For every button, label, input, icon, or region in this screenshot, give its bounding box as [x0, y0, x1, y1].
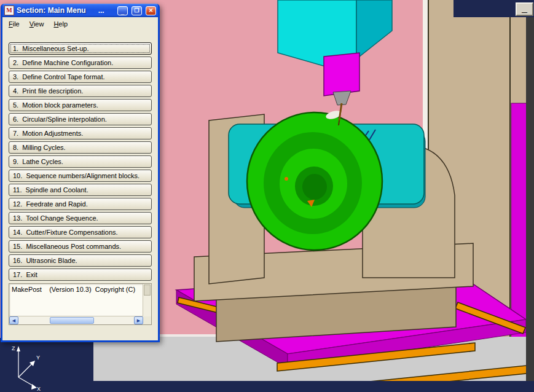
menu-item-14[interactable]: 14. Cutter/Fixture Compensations. — [9, 226, 152, 238]
horizontal-scrollbar-thumb[interactable] — [50, 317, 94, 324]
minimize-button[interactable]: _ — [117, 6, 128, 15]
maximize-icon: ❐ — [134, 7, 139, 15]
axis-label-y: Y — [36, 355, 40, 361]
menu-item-7[interactable]: 7. Motion Adjustments. — [9, 127, 152, 139]
main-menu-list: 1. Miscellaneous Set-up. 2. Define Machi… — [9, 42, 152, 281]
application-window: Z Y X — M Section: Main Menu ... _ ❐ ✕ F… — [0, 0, 534, 392]
maximize-button[interactable]: ❐ — [132, 6, 142, 15]
scroll-left-button[interactable]: ◀ — [9, 316, 18, 324]
menu-item-16[interactable]: 16. Ultrasonic Blade. — [9, 254, 152, 267]
menu-item-5[interactable]: 5. Motion block parameters. — [9, 99, 152, 111]
menu-item-8[interactable]: 8. Milling Cycles. — [9, 141, 152, 154]
main-menu-dialog: M Section: Main Menu ... _ ❐ ✕ File View… — [1, 4, 160, 342]
minimize-glyph: — — [522, 10, 527, 15]
close-icon: ✕ — [149, 7, 154, 15]
dialog-title: Section: Main Menu — [17, 6, 86, 15]
menu-item-1[interactable]: 1. Miscellaneous Set-up. — [9, 42, 152, 55]
menu-help[interactable]: Help — [49, 18, 73, 29]
menu-item-10[interactable]: 10. Sequence numbers/Alignment blocks. — [9, 170, 152, 182]
scroll-right-button[interactable]: ▶ — [134, 316, 143, 324]
dialog-titlebar[interactable]: M Section: Main Menu ... _ ❐ ✕ — [2, 4, 158, 17]
menu-item-4[interactable]: 4. Print file description. — [9, 85, 152, 97]
scrollbar-corner — [143, 316, 151, 324]
menu-view[interactable]: View — [25, 18, 49, 29]
clamp-mark — [285, 177, 288, 181]
horizontal-scrollbar[interactable]: ◀ ▶ — [9, 316, 143, 324]
parent-minimize-button[interactable]: — — [516, 2, 533, 16]
menu-item-9[interactable]: 9. Lathe Cycles. — [9, 155, 152, 168]
status-textbox[interactable]: MakePost (Version 10.3) Copyright (C) ◀ … — [9, 283, 152, 325]
menu-file[interactable]: File — [4, 18, 25, 29]
title-ellipsis: ... — [98, 6, 104, 15]
menu-item-6[interactable]: 6. Circular/Spline interpolation. — [9, 113, 152, 125]
room-right-edge — [526, 0, 534, 385]
menu-item-15[interactable]: 15. Miscellaneous Post commands. — [9, 240, 152, 253]
vertical-scrollbar-thumb[interactable] — [144, 284, 151, 296]
axis-label-x: X — [37, 386, 41, 392]
vertical-scrollbar[interactable] — [143, 284, 151, 316]
menu-item-3[interactable]: 3. Define Control Tape format. — [9, 71, 152, 83]
axis-label-z: Z — [12, 345, 15, 351]
dialog-icon: M — [4, 6, 14, 15]
minimize-icon: _ — [121, 9, 124, 17]
menu-item-2[interactable]: 2. Define Machine Configuration. — [9, 57, 152, 69]
menu-item-13[interactable]: 13. Tool Change Sequence. — [9, 212, 152, 224]
status-text: MakePost (Version 10.3) Copyright (C) — [12, 286, 135, 293]
menu-item-17[interactable]: 17. Exit — [9, 269, 152, 281]
menubar: File View Help — [2, 17, 158, 30]
menu-item-11[interactable]: 11. Spindle and Coolant. — [9, 184, 152, 196]
menu-item-12[interactable]: 12. Feedrate and Rapid. — [9, 198, 152, 210]
close-button[interactable]: ✕ — [146, 6, 156, 15]
